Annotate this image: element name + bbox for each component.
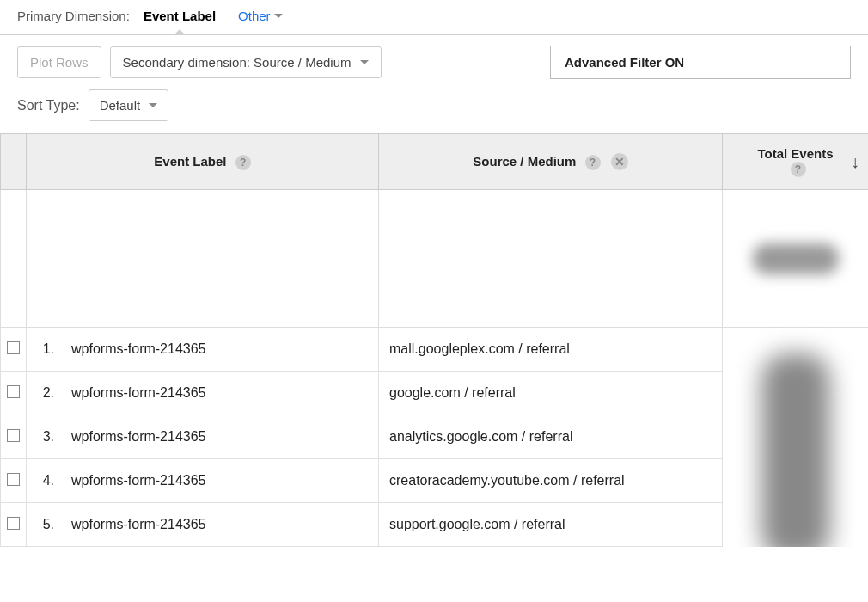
checkbox-header <box>1 134 27 190</box>
source-medium-cell[interactable]: creatoracademy.youtube.com / referral <box>379 459 723 503</box>
plot-rows-button[interactable]: Plot Rows <box>17 46 101 78</box>
sort-type-label: Sort Type: <box>17 98 80 114</box>
table-row: 1.wpforms-form-214365 mall.googleplex.co… <box>1 328 869 372</box>
row-checkbox[interactable] <box>7 385 20 398</box>
help-icon[interactable]: ? <box>235 155 251 170</box>
sort-type-select[interactable]: Default <box>89 89 169 121</box>
source-medium-cell[interactable]: analytics.google.com / referral <box>379 415 723 459</box>
event-label-cell[interactable]: wpforms-form-214365 <box>71 341 206 357</box>
source-medium-cell[interactable]: mall.googleplex.com / referral <box>379 328 723 372</box>
row-number: 4. <box>37 473 71 488</box>
sort-row: Sort Type: Default <box>0 89 868 133</box>
help-icon[interactable]: ? <box>585 155 601 170</box>
help-icon[interactable]: ? <box>791 162 806 177</box>
row-number: 5. <box>37 517 71 532</box>
remove-dimension-icon[interactable]: ✕ <box>611 153 628 170</box>
advanced-filter-box[interactable]: Advanced Filter ON <box>550 46 851 79</box>
primary-dimension-label: Primary Dimension: <box>17 9 130 23</box>
caret-down-icon <box>274 14 283 18</box>
other-dimension-link[interactable]: Other <box>238 9 283 23</box>
row-checkbox[interactable] <box>7 473 20 486</box>
total-events-header[interactable]: Total Events ? ↓ <box>723 134 869 190</box>
row-checkbox[interactable] <box>7 429 20 442</box>
event-label-cell[interactable]: wpforms-form-214365 <box>71 429 206 445</box>
row-number: 3. <box>37 429 71 445</box>
caret-down-icon <box>149 103 157 108</box>
event-label-cell[interactable]: wpforms-form-214365 <box>71 473 206 488</box>
caret-down-icon <box>360 60 369 64</box>
redacted-value <box>753 243 839 274</box>
primary-dimension-active[interactable]: Event Label <box>144 9 216 23</box>
source-medium-cell[interactable]: support.google.com / referral <box>379 503 723 547</box>
sort-arrow-down-icon[interactable]: ↓ <box>851 152 859 172</box>
event-label-header[interactable]: Event Label ? <box>27 134 379 190</box>
summary-row <box>1 190 869 328</box>
source-medium-header[interactable]: Source / Medium ? ✕ <box>379 134 723 190</box>
secondary-dimension-select[interactable]: Secondary dimension: Source / Medium <box>110 46 382 78</box>
primary-dimension-bar: Primary Dimension: Event Label Other <box>0 0 868 23</box>
row-checkbox[interactable] <box>7 341 20 354</box>
row-checkbox[interactable] <box>7 517 20 530</box>
data-table: Event Label ? Source / Medium ? ✕ Total … <box>0 133 868 547</box>
row-number: 1. <box>37 341 71 357</box>
row-number: 2. <box>37 385 71 401</box>
source-medium-cell[interactable]: google.com / referral <box>379 372 723 415</box>
total-events-column <box>723 328 869 547</box>
event-label-cell[interactable]: wpforms-form-214365 <box>71 385 206 401</box>
redacted-value <box>761 353 830 547</box>
event-label-cell[interactable]: wpforms-form-214365 <box>71 517 206 532</box>
controls-row: Plot Rows Secondary dimension: Source / … <box>0 34 868 89</box>
